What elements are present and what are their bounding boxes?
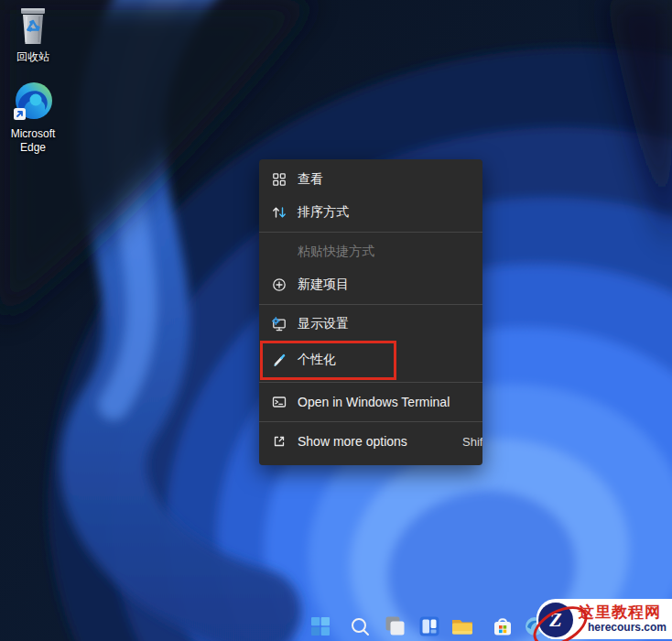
desktop[interactable]: 回收站 Microsoft Edge 查看 [0,0,672,641]
menu-item-paste-shortcut[interactable]: 粘贴快捷方式 [259,235,482,268]
blank-icon [272,244,287,259]
desktop-icon-label: Microsoft Edge [4,127,62,155]
menu-item-label: 个性化 [298,352,336,368]
menu-separator [259,382,482,383]
taskbar-file-explorer-button[interactable] [450,614,474,638]
taskbar-task-view-button[interactable] [383,614,407,638]
task-view-icon [384,614,406,637]
show-more-icon [272,434,287,449]
menu-separator [259,232,482,233]
watermark-site-name: 这里教程网 [579,604,667,622]
menu-separator [259,304,482,305]
menu-separator [259,421,482,422]
taskbar-start-button[interactable] [308,614,332,638]
menu-item-label: 显示设置 [298,316,349,332]
menu-item-label: 排序方式 [298,204,349,221]
menu-item-new[interactable]: 新建项目 [259,268,482,301]
view-grid-icon [272,172,287,187]
menu-item-label: 新建项目 [298,277,349,293]
menu-item-personalize[interactable]: 个性化 [259,341,482,379]
desktop-icon-recycle-bin[interactable]: 回收站 [4,5,62,64]
taskbar-store-button[interactable] [490,614,515,638]
widgets-icon [418,615,440,637]
new-item-plus-icon [272,277,287,292]
menu-item-sort-by[interactable]: 排序方式 [259,196,482,229]
recycle-bin-icon [15,5,51,48]
menu-item-open-windows-terminal[interactable]: Open in Windows Terminal [259,386,482,418]
menu-item-display-settings[interactable]: 显示设置 [259,308,482,341]
desktop-context-menu: 查看 排序方式 粘贴快捷方式 新建项目 [259,159,482,465]
microsoft-edge-icon [11,81,55,125]
watermark-logo-letter: Z [549,608,561,632]
taskbar-search-button[interactable] [347,614,372,638]
personalize-pen-icon [272,353,287,367]
menu-item-show-more-options[interactable]: Show more options Shift+F10 [259,425,482,458]
menu-item-view[interactable]: 查看 [259,163,482,196]
menu-item-label: Show more options [298,434,407,449]
display-settings-icon [272,317,287,331]
windows-start-icon [309,615,331,637]
menu-item-label: 查看 [298,171,323,188]
desktop-icon-microsoft-edge[interactable]: Microsoft Edge [4,81,62,155]
sort-arrows-icon [272,205,287,220]
menu-item-shortcut: Shift+F10 [462,435,482,449]
menu-item-label: Open in Windows Terminal [298,395,450,409]
desktop-icon-label: 回收站 [16,50,49,64]
terminal-icon [272,395,287,409]
file-explorer-icon [450,615,474,637]
watermark-logo: Z [538,603,573,637]
watermark-site-url: herecours.com [579,622,667,634]
menu-item-label: 粘贴快捷方式 [298,244,374,260]
site-watermark: 这里教程网 herecours.com Z [537,599,672,639]
taskbar-widgets-button[interactable] [417,614,441,638]
search-icon [349,615,371,637]
microsoft-store-icon [492,615,514,637]
